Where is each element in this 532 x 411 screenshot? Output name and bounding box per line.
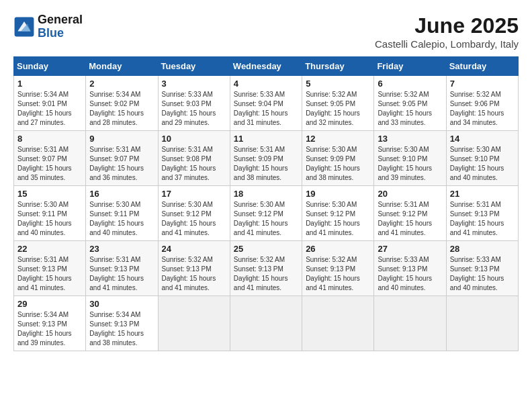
day-info: Sunrise: 5:32 AM Sunset: 9:13 PM Dayligh… [234, 255, 298, 293]
calendar-cell: 19 Sunrise: 5:30 AM Sunset: 9:12 PM Dayl… [302, 186, 374, 241]
day-number: 11 [234, 134, 298, 144]
col-thursday: Thursday [302, 57, 374, 76]
day-info: Sunrise: 5:31 AM Sunset: 9:13 PM Dayligh… [17, 255, 82, 293]
day-number: 22 [17, 244, 82, 254]
logo-icon [13, 16, 35, 38]
day-number: 2 [89, 79, 154, 89]
day-number: 15 [17, 189, 82, 199]
day-info: Sunrise: 5:32 AM Sunset: 9:05 PM Dayligh… [306, 90, 370, 128]
title-section: June 2025 Castelli Calepio, Lombardy, It… [375, 13, 519, 50]
day-info: Sunrise: 5:30 AM Sunset: 9:10 PM Dayligh… [378, 145, 442, 183]
day-info: Sunrise: 5:30 AM Sunset: 9:10 PM Dayligh… [450, 145, 515, 183]
day-info: Sunrise: 5:32 AM Sunset: 9:06 PM Dayligh… [450, 90, 515, 128]
col-tuesday: Tuesday [158, 57, 230, 76]
calendar-cell: 11 Sunrise: 5:31 AM Sunset: 9:09 PM Dayl… [230, 131, 302, 186]
day-number: 26 [306, 244, 370, 254]
calendar-cell: 26 Sunrise: 5:32 AM Sunset: 9:13 PM Dayl… [302, 241, 374, 296]
day-number: 30 [89, 299, 154, 309]
calendar-title: June 2025 [375, 13, 519, 38]
day-info: Sunrise: 5:30 AM Sunset: 9:11 PM Dayligh… [17, 200, 82, 238]
day-info: Sunrise: 5:33 AM Sunset: 9:13 PM Dayligh… [378, 255, 442, 293]
day-number: 3 [162, 79, 226, 89]
day-info: Sunrise: 5:32 AM Sunset: 9:13 PM Dayligh… [306, 255, 370, 293]
day-number: 17 [162, 189, 226, 199]
calendar-cell: 9 Sunrise: 5:31 AM Sunset: 9:07 PM Dayli… [86, 131, 158, 186]
day-info: Sunrise: 5:34 AM Sunset: 9:01 PM Dayligh… [17, 90, 82, 128]
day-number: 18 [234, 189, 298, 199]
day-info: Sunrise: 5:33 AM Sunset: 9:04 PM Dayligh… [234, 90, 298, 128]
day-number: 28 [450, 244, 515, 254]
day-info: Sunrise: 5:31 AM Sunset: 9:12 PM Dayligh… [378, 200, 442, 238]
day-info: Sunrise: 5:34 AM Sunset: 9:13 PM Dayligh… [89, 310, 154, 348]
day-info: Sunrise: 5:32 AM Sunset: 9:13 PM Dayligh… [162, 255, 226, 293]
day-number: 5 [306, 79, 370, 89]
day-number: 7 [450, 79, 515, 89]
col-saturday: Saturday [446, 57, 518, 76]
day-info: Sunrise: 5:33 AM Sunset: 9:03 PM Dayligh… [162, 90, 226, 128]
day-number: 13 [378, 134, 442, 144]
calendar-week-4: 29 Sunrise: 5:34 AM Sunset: 9:13 PM Dayl… [14, 296, 519, 351]
logo: General Blue [13, 13, 83, 40]
calendar-cell [446, 296, 518, 351]
day-number: 25 [234, 244, 298, 254]
day-number: 21 [450, 189, 515, 199]
calendar-cell: 28 Sunrise: 5:33 AM Sunset: 9:13 PM Dayl… [446, 241, 518, 296]
day-number: 16 [89, 189, 154, 199]
day-info: Sunrise: 5:32 AM Sunset: 9:05 PM Dayligh… [378, 90, 442, 128]
day-number: 23 [89, 244, 154, 254]
day-info: Sunrise: 5:34 AM Sunset: 9:02 PM Dayligh… [89, 90, 154, 128]
calendar-cell: 29 Sunrise: 5:34 AM Sunset: 9:13 PM Dayl… [14, 296, 86, 351]
calendar-cell: 24 Sunrise: 5:32 AM Sunset: 9:13 PM Dayl… [158, 241, 230, 296]
day-number: 12 [306, 134, 370, 144]
header: General Blue June 2025 Castelli Calepio,… [13, 13, 519, 50]
calendar-cell: 3 Sunrise: 5:33 AM Sunset: 9:03 PM Dayli… [158, 76, 230, 131]
day-info: Sunrise: 5:31 AM Sunset: 9:08 PM Dayligh… [162, 145, 226, 183]
day-info: Sunrise: 5:33 AM Sunset: 9:13 PM Dayligh… [450, 255, 515, 293]
calendar-cell: 14 Sunrise: 5:30 AM Sunset: 9:10 PM Dayl… [446, 131, 518, 186]
calendar-cell [302, 296, 374, 351]
day-number: 27 [378, 244, 442, 254]
calendar-week-1: 8 Sunrise: 5:31 AM Sunset: 9:07 PM Dayli… [14, 131, 519, 186]
day-number: 19 [306, 189, 370, 199]
day-info: Sunrise: 5:34 AM Sunset: 9:13 PM Dayligh… [17, 310, 82, 348]
calendar-week-0: 1 Sunrise: 5:34 AM Sunset: 9:01 PM Dayli… [14, 76, 519, 131]
calendar-cell: 2 Sunrise: 5:34 AM Sunset: 9:02 PM Dayli… [86, 76, 158, 131]
day-number: 4 [234, 79, 298, 89]
day-number: 14 [450, 134, 515, 144]
calendar-cell: 17 Sunrise: 5:30 AM Sunset: 9:12 PM Dayl… [158, 186, 230, 241]
calendar-cell [374, 296, 446, 351]
logo-line2: Blue [38, 27, 83, 40]
logo-line1: General [38, 13, 83, 27]
col-sunday: Sunday [14, 57, 86, 76]
day-number: 9 [89, 134, 154, 144]
header-row: Sunday Monday Tuesday Wednesday Thursday… [14, 57, 519, 76]
calendar-cell: 30 Sunrise: 5:34 AM Sunset: 9:13 PM Dayl… [86, 296, 158, 351]
calendar-cell: 18 Sunrise: 5:30 AM Sunset: 9:12 PM Dayl… [230, 186, 302, 241]
day-info: Sunrise: 5:31 AM Sunset: 9:07 PM Dayligh… [89, 145, 154, 183]
day-number: 1 [17, 79, 82, 89]
day-info: Sunrise: 5:30 AM Sunset: 9:09 PM Dayligh… [306, 145, 370, 183]
calendar-cell: 8 Sunrise: 5:31 AM Sunset: 9:07 PM Dayli… [14, 131, 86, 186]
calendar-cell: 15 Sunrise: 5:30 AM Sunset: 9:11 PM Dayl… [14, 186, 86, 241]
calendar-subtitle: Castelli Calepio, Lombardy, Italy [375, 38, 519, 50]
calendar-cell: 1 Sunrise: 5:34 AM Sunset: 9:01 PM Dayli… [14, 76, 86, 131]
calendar-cell [230, 296, 302, 351]
col-monday: Monday [86, 57, 158, 76]
calendar-cell: 21 Sunrise: 5:31 AM Sunset: 9:13 PM Dayl… [446, 186, 518, 241]
day-number: 6 [378, 79, 442, 89]
day-info: Sunrise: 5:30 AM Sunset: 9:12 PM Dayligh… [162, 200, 226, 238]
day-info: Sunrise: 5:30 AM Sunset: 9:12 PM Dayligh… [306, 200, 370, 238]
calendar-cell: 23 Sunrise: 5:31 AM Sunset: 9:13 PM Dayl… [86, 241, 158, 296]
calendar-cell: 7 Sunrise: 5:32 AM Sunset: 9:06 PM Dayli… [446, 76, 518, 131]
calendar-cell: 20 Sunrise: 5:31 AM Sunset: 9:12 PM Dayl… [374, 186, 446, 241]
day-info: Sunrise: 5:31 AM Sunset: 9:09 PM Dayligh… [234, 145, 298, 183]
day-number: 29 [17, 299, 82, 309]
calendar-cell: 5 Sunrise: 5:32 AM Sunset: 9:05 PM Dayli… [302, 76, 374, 131]
calendar-week-3: 22 Sunrise: 5:31 AM Sunset: 9:13 PM Dayl… [14, 241, 519, 296]
day-number: 20 [378, 189, 442, 199]
calendar-cell: 4 Sunrise: 5:33 AM Sunset: 9:04 PM Dayli… [230, 76, 302, 131]
day-number: 8 [17, 134, 82, 144]
calendar-cell: 27 Sunrise: 5:33 AM Sunset: 9:13 PM Dayl… [374, 241, 446, 296]
calendar-week-2: 15 Sunrise: 5:30 AM Sunset: 9:11 PM Dayl… [14, 186, 519, 241]
day-info: Sunrise: 5:31 AM Sunset: 9:13 PM Dayligh… [450, 200, 515, 238]
